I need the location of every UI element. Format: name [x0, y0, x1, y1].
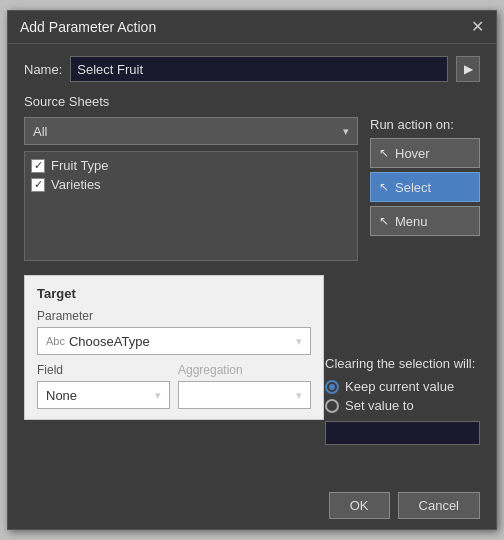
clearing-label: Clearing the selection will:: [325, 356, 480, 371]
keep-current-label: Keep current value: [345, 379, 454, 394]
set-value-label: Set value to: [345, 398, 414, 413]
source-sheets-label: Source Sheets: [24, 94, 480, 109]
select-label: Select: [395, 180, 431, 195]
dialog-footer: OK Cancel: [313, 482, 496, 529]
clearing-section: Clearing the selection will: Keep curren…: [325, 356, 480, 445]
set-value-radio[interactable]: [325, 399, 339, 413]
cursor-icon: ↖: [379, 146, 389, 160]
name-arrow-button[interactable]: ▶: [456, 56, 480, 82]
chevron-down-icon: ▾: [343, 125, 349, 138]
title-bar: Add Parameter Action ✕: [8, 11, 496, 44]
parameter-dropdown[interactable]: Abc ChooseAType ▾: [37, 327, 311, 355]
close-button[interactable]: ✕: [471, 19, 484, 35]
field-dropdown[interactable]: None ▾: [37, 381, 170, 409]
field-label: Field: [37, 363, 170, 377]
name-input[interactable]: [70, 56, 448, 82]
menu-cursor-icon: ↖: [379, 214, 389, 228]
parameter-dropdown-text: Abc ChooseAType: [46, 334, 150, 349]
cancel-button[interactable]: Cancel: [398, 492, 480, 519]
main-content: All ▾ ✓ Fruit Type ✓ Varieties Run actio…: [24, 117, 480, 261]
menu-button[interactable]: ↖ Menu: [370, 206, 480, 236]
list-item: ✓ Varieties: [31, 177, 351, 192]
field-row: Field None ▾ Aggregation ▾: [37, 363, 311, 409]
agg-dropdown[interactable]: ▾: [178, 381, 311, 409]
left-panel: All ▾ ✓ Fruit Type ✓ Varieties: [24, 117, 358, 261]
name-row: Name: ▶: [24, 56, 480, 82]
fruit-type-label: Fruit Type: [51, 158, 109, 173]
agg-col: Aggregation ▾: [178, 363, 311, 409]
source-dropdown-value: All: [33, 124, 47, 139]
set-value-input[interactable]: [325, 421, 480, 445]
target-label: Target: [37, 286, 311, 301]
source-list: ✓ Fruit Type ✓ Varieties: [24, 151, 358, 261]
dialog-title: Add Parameter Action: [20, 19, 156, 35]
ok-button[interactable]: OK: [329, 492, 390, 519]
varieties-label: Varieties: [51, 177, 101, 192]
hover-button[interactable]: ↖ Hover: [370, 138, 480, 168]
select-cursor-icon: ↖: [379, 180, 389, 194]
menu-label: Menu: [395, 214, 428, 229]
field-col: Field None ▾: [37, 363, 170, 409]
field-chevron-icon: ▾: [155, 389, 161, 402]
agg-chevron-icon: ▾: [296, 389, 302, 402]
abc-badge: Abc: [46, 335, 65, 347]
name-label: Name:: [24, 62, 62, 77]
param-chevron-icon: ▾: [296, 335, 302, 348]
source-section: Source Sheets: [24, 94, 480, 109]
run-action-panel: Run action on: ↖ Hover ↖ Select ↖ Menu: [370, 117, 480, 261]
parameter-value: ChooseAType: [69, 334, 150, 349]
arrow-icon: ▶: [464, 62, 473, 76]
set-value-option[interactable]: Set value to: [325, 398, 480, 413]
parameter-label: Parameter: [37, 309, 311, 323]
varieties-checkbox[interactable]: ✓: [31, 178, 45, 192]
keep-current-radio[interactable]: [325, 380, 339, 394]
hover-label: Hover: [395, 146, 430, 161]
source-dropdown[interactable]: All ▾: [24, 117, 358, 145]
dialog-body: Name: ▶ Source Sheets All ▾ ✓ Fruit T: [8, 44, 496, 432]
run-action-label: Run action on:: [370, 117, 480, 132]
radio-dot: [329, 384, 335, 390]
select-button[interactable]: ↖ Select: [370, 172, 480, 202]
agg-label: Aggregation: [178, 363, 311, 377]
add-parameter-action-dialog: Add Parameter Action ✕ Name: ▶ Source Sh…: [7, 10, 497, 530]
fruit-type-checkbox[interactable]: ✓: [31, 159, 45, 173]
field-value: None: [46, 388, 77, 403]
keep-current-option[interactable]: Keep current value: [325, 379, 480, 394]
list-item: ✓ Fruit Type: [31, 158, 351, 173]
target-section: Target Parameter Abc ChooseAType ▾ Field…: [24, 275, 324, 420]
